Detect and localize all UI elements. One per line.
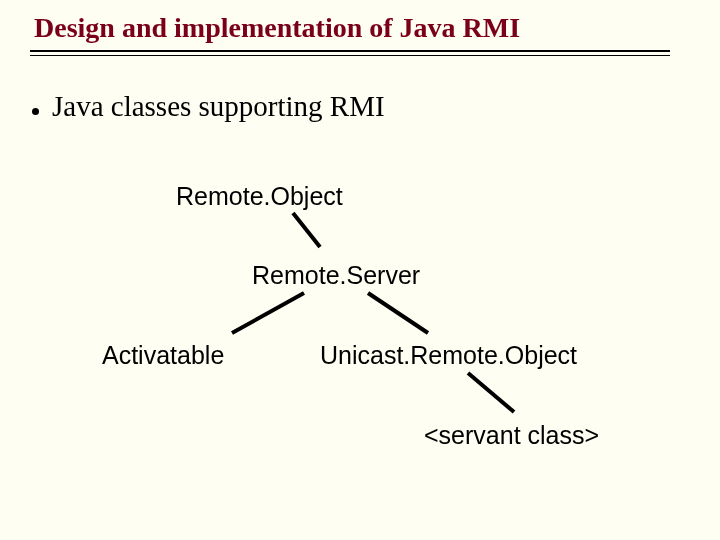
- node-remote-server: Remote.Server: [252, 261, 420, 290]
- svg-line-3: [468, 373, 514, 412]
- node-activatable: Activatable: [102, 341, 224, 370]
- node-unicast-remote-object: Unicast.Remote.Object: [320, 341, 577, 370]
- bullet-dot: [32, 108, 39, 115]
- svg-line-2: [368, 293, 428, 333]
- svg-line-0: [293, 213, 320, 247]
- node-remote-object: Remote.Object: [176, 182, 343, 211]
- slide-title: Design and implementation of Java RMI: [34, 12, 520, 44]
- bullet-text: Java classes supporting RMI: [52, 90, 385, 123]
- title-underline-bottom: [30, 55, 670, 56]
- title-underline-top: [30, 50, 670, 52]
- node-servant-class: <servant class>: [424, 421, 599, 450]
- svg-line-1: [232, 293, 304, 333]
